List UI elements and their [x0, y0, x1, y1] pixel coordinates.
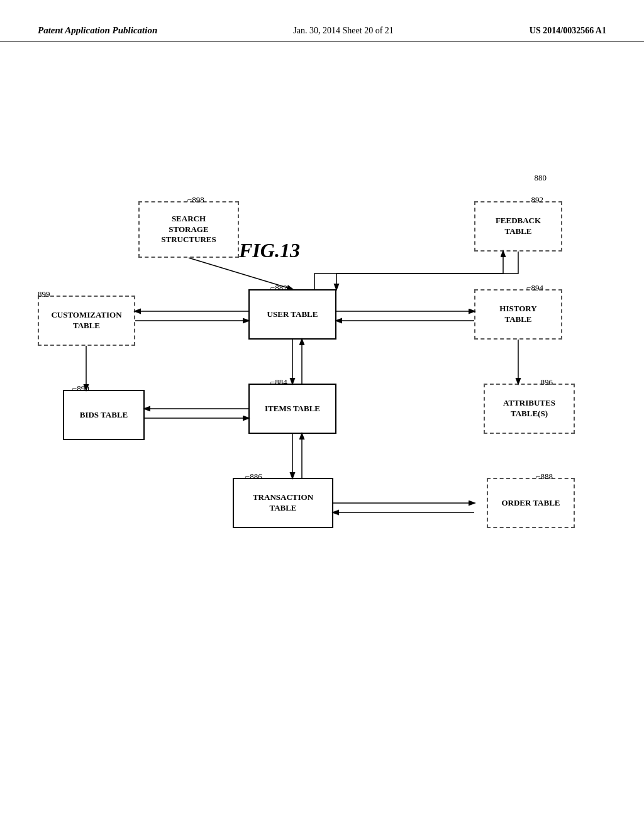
- ref-888: ⌐888: [536, 472, 553, 482]
- attributes-table-box: ATTRIBUTES TABLE(S): [484, 384, 575, 434]
- ref-898: ⌐898: [187, 195, 204, 205]
- header-publication-label: Patent Application Publication: [38, 25, 157, 36]
- ref-886: ⌐886: [245, 472, 262, 482]
- transaction-table-box: TRANSACTION TABLE: [233, 478, 333, 528]
- history-table-box: HISTORY TABLE: [474, 289, 562, 340]
- user-table-box: USER TABLE: [248, 289, 336, 340]
- diagram-area: FIG.13 880 SEARCH STORAGE STRUCTURES ⌐89…: [0, 75, 644, 830]
- ref-884: ⌐884: [270, 377, 287, 387]
- ref-892: 892: [531, 195, 544, 205]
- ref-894: ⌐894: [526, 283, 543, 293]
- items-table-box: ITEMS TABLE: [248, 384, 336, 434]
- diagram-connectors: [0, 75, 644, 830]
- order-table-box: ORDER TABLE: [487, 478, 575, 528]
- figure-label: FIG.13: [239, 239, 300, 262]
- ref-896: 896: [541, 377, 553, 387]
- page-header: Patent Application Publication Jan. 30, …: [0, 25, 644, 42]
- ref-899: 899: [38, 289, 50, 299]
- ref-880-label: 880: [535, 173, 547, 183]
- customization-table-box: CUSTOMIZATION TABLE: [38, 296, 135, 346]
- bids-table-box: BIDS TABLE: [63, 390, 145, 440]
- ref-890: ⌐890: [72, 384, 89, 394]
- header-date-sheet: Jan. 30, 2014 Sheet 20 of 21: [293, 26, 393, 36]
- ref-882: ⌐882: [270, 283, 287, 293]
- header-patent-number: US 2014/0032566 A1: [530, 26, 606, 36]
- search-storage-box: SEARCH STORAGE STRUCTURES: [138, 201, 239, 258]
- feedback-table-box: FEEDBACK TABLE: [474, 201, 562, 252]
